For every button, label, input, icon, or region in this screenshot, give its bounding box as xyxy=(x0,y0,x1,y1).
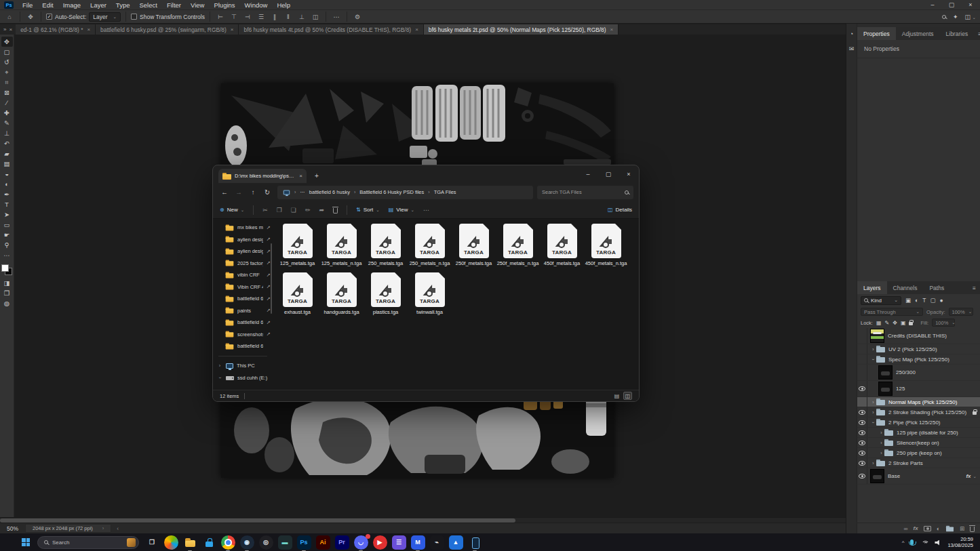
document-tab[interactable]: ed-1 @ 62.1% (RGB/8) * × xyxy=(16,24,96,35)
microphone-icon[interactable] xyxy=(910,539,914,545)
chevron-icon[interactable]: › xyxy=(870,400,876,405)
visibility-toggle[interactable] xyxy=(857,407,867,417)
copy-icon[interactable]: ❐ xyxy=(277,207,282,213)
sidebar-folder[interactable]: vibin CRF ⊸ xyxy=(213,269,273,281)
tab-close-icon[interactable]: × xyxy=(299,173,302,179)
rename-icon[interactable]: ✏ xyxy=(305,207,311,213)
taskbar-icon[interactable]: ❐ xyxy=(145,535,159,550)
visibility-toggle[interactable] xyxy=(857,354,867,364)
lock-option-icon[interactable]: ✥ xyxy=(893,320,897,326)
menu-item[interactable]: Type xyxy=(111,0,135,9)
align-icon[interactable]: ⊥ xyxy=(296,14,307,20)
panel-tab[interactable]: Libraries xyxy=(940,27,975,40)
history-panel-icon[interactable]: ◔ xyxy=(850,30,853,37)
lock-option-icon[interactable]: ▦ xyxy=(876,320,882,326)
tool-button[interactable]: ✚ xyxy=(1,108,13,118)
toolbar-mode-button[interactable]: ◍ xyxy=(1,298,13,308)
blend-mode-dropdown[interactable]: Pass Through ⌄ xyxy=(861,308,923,316)
more-options-icon[interactable]: ⋯ xyxy=(331,14,342,20)
tool-button[interactable]: ⊠ xyxy=(1,87,13,98)
toolbar-mode-button[interactable]: ◨ xyxy=(1,278,13,288)
chevron-icon[interactable]: › xyxy=(878,430,884,435)
chevron-icon[interactable]: › xyxy=(218,375,222,381)
new-tab-button[interactable]: + xyxy=(311,169,323,183)
new-button[interactable]: ⊕ New ⌄ xyxy=(220,207,244,213)
chevron-icon[interactable]: › xyxy=(217,363,222,368)
speaker-icon[interactable] xyxy=(935,540,941,546)
move-tool-icon[interactable]: ✥ xyxy=(25,14,36,20)
sidebar-folder[interactable]: aylien design ⊸ xyxy=(213,234,273,246)
menu-item[interactable]: Window xyxy=(240,0,273,9)
tool-button[interactable]: ✥ xyxy=(1,37,13,47)
more-icon[interactable]: ⋯ xyxy=(423,207,429,213)
share-icon[interactable]: ➦ xyxy=(319,207,324,213)
horizontal-scrollbar[interactable] xyxy=(0,517,846,523)
sidebar-item-this-pc[interactable]: › This PC xyxy=(213,360,273,372)
visibility-toggle[interactable] xyxy=(857,397,867,407)
taskbar-icon[interactable]: Ps xyxy=(297,535,311,550)
details-button[interactable]: ◫ Details xyxy=(608,207,632,213)
layer-row[interactable]: › Silencer(keep on) fx ⌄ xyxy=(857,438,980,448)
home-icon[interactable]: ⌂ xyxy=(4,14,15,20)
close-icon[interactable]: × xyxy=(231,26,234,33)
sidebar-folder[interactable]: aylien design ⊸ xyxy=(213,245,273,258)
file-item[interactable]: TARGA 450f_metals.tga xyxy=(540,224,584,266)
up-icon[interactable]: ↑ xyxy=(247,188,259,196)
maximize-icon[interactable]: ▢ xyxy=(942,1,961,8)
hidden-icons-chevron[interactable]: ^ xyxy=(902,539,905,546)
file-item[interactable]: TARGA 125_metals.tga xyxy=(275,224,319,266)
visibility-toggle[interactable] xyxy=(857,344,867,354)
tool-button[interactable]: ⚲ xyxy=(1,240,13,250)
sidebar-item-drive[interactable]: › ssd cuhh (E:) xyxy=(213,372,273,384)
visibility-toggle[interactable] xyxy=(857,417,867,427)
taskbar-icon[interactable]: ◡ xyxy=(354,535,368,550)
sidebar-folder[interactable]: Vibin CRF 45 ⊸ xyxy=(213,281,273,293)
tool-button[interactable]: ↺ xyxy=(1,57,13,67)
menu-item[interactable]: Select xyxy=(134,0,161,9)
visibility-toggle[interactable] xyxy=(857,458,867,468)
chevron-icon[interactable]: › xyxy=(878,451,884,455)
auto-select-checkbox[interactable]: ✓ xyxy=(46,14,52,20)
delete-icon[interactable] xyxy=(333,208,338,213)
start-button[interactable] xyxy=(18,534,34,550)
back-icon[interactable]: ← xyxy=(218,188,231,196)
file-item[interactable]: TARGA 250_metals_n.tga xyxy=(408,224,452,266)
lock-all-icon[interactable] xyxy=(909,322,913,325)
layer-filter-icon[interactable]: ● xyxy=(939,297,943,304)
wifi-icon[interactable] xyxy=(921,539,928,546)
kind-filter-dropdown[interactable]: Kind ⌄ xyxy=(861,296,901,305)
chevron-icon[interactable]: › xyxy=(870,461,876,466)
zoom-level[interactable]: 50% xyxy=(0,525,25,532)
sidebar-folder[interactable]: battlefield 6 hus ⊸ xyxy=(213,340,273,352)
view-button[interactable]: ▤ View ⌄ xyxy=(389,207,414,213)
align-icon[interactable]: ‖ xyxy=(283,14,294,20)
sort-button[interactable]: ⇅ Sort ⌄ xyxy=(356,207,380,213)
taskbar-icon[interactable] xyxy=(183,535,197,550)
taskbar-icon[interactable] xyxy=(202,535,216,550)
layer-thumbnail[interactable] xyxy=(878,382,893,396)
workspace-switcher-icon[interactable]: ◫ ⌄ xyxy=(965,14,976,20)
collapsed-crumbs-icon[interactable]: ⋯ xyxy=(300,189,305,195)
clock[interactable]: 20:59 13/08/2025 xyxy=(947,536,973,549)
layer-row[interactable]: › 2 Stroke Parts fx ⌄ xyxy=(857,458,980,468)
add-mask-icon[interactable] xyxy=(924,526,931,531)
sidebar-scrollbar[interactable] xyxy=(271,243,272,314)
visibility-toggle[interactable] xyxy=(857,448,867,457)
color-swatches[interactable] xyxy=(1,264,12,275)
layer-row[interactable]: › 125 pipe (disable for 250) fx ⌄ xyxy=(857,428,980,438)
chevron-icon[interactable]: › xyxy=(871,356,876,363)
layer-filter-icon[interactable]: ▣ xyxy=(905,297,911,304)
file-item[interactable]: TARGA exhaust.tga xyxy=(275,272,319,315)
lock-option-icon[interactable]: ▣ xyxy=(901,320,906,326)
panel-tab[interactable]: Adjustments xyxy=(896,27,940,40)
visibility-toggle[interactable] xyxy=(857,438,867,447)
panel-close-icon[interactable]: × xyxy=(9,26,12,33)
tool-button[interactable]: ➤ xyxy=(1,209,13,220)
visibility-toggle[interactable] xyxy=(857,365,867,380)
taskbar-icon[interactable]: Ai xyxy=(316,535,330,550)
visibility-toggle[interactable] xyxy=(857,328,867,344)
delete-layer-icon[interactable] xyxy=(970,527,975,532)
layer-style-icon[interactable]: fx xyxy=(914,525,918,531)
new-group-icon[interactable] xyxy=(946,525,954,531)
tool-button[interactable]: ⋯ xyxy=(1,250,13,260)
